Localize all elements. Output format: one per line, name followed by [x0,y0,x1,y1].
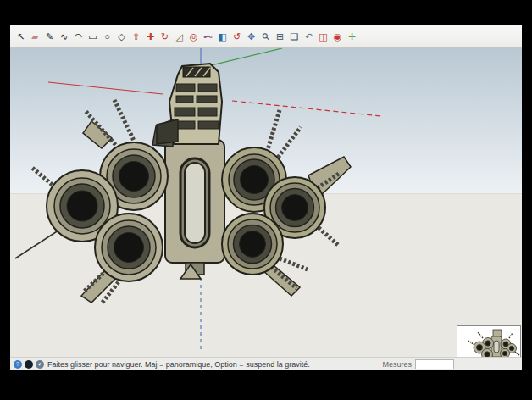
status-bar: ?◐ Faites glisser pour naviguer. Maj = p… [10,357,522,370]
measurements-label: Mesures [382,360,412,369]
model-tower [152,64,222,147]
scene-canvas[interactable] [10,48,522,357]
statusbar-icons: ?◐ [14,360,44,369]
app-window: ↖▰✎∿◠▭○◇⇧✚↻◿◎⊷◧↺✥⚲⊞❏↶◫◉✛ [10,25,522,370]
scale-tool-icon[interactable]: ◿ [173,30,186,43]
line-tool-icon[interactable]: ✎ [43,30,56,43]
axes-tool-icon[interactable]: ✛ [346,30,358,43]
toolbar: ↖▰✎∿◠▭○◇⇧✚↻◿◎⊷◧↺✥⚲⊞❏↶◫◉✛ [10,25,522,48]
measurements-input[interactable] [415,359,454,369]
zoom-tool-icon[interactable]: ⚲ [257,27,275,46]
axis-red-solid [48,82,163,94]
paint-bucket-icon[interactable]: ◧ [216,30,229,43]
credits-icon[interactable] [25,360,33,369]
engine-bottom-left [95,214,163,281]
status-hint-text: Faites glisser pour naviguer. Maj = pano… [47,360,310,369]
circle-tool-icon[interactable]: ○ [101,30,114,43]
previous-view-icon[interactable]: ↶ [302,30,315,43]
move-tool-icon[interactable]: ✚ [144,30,157,43]
engine-bottom-right [222,214,283,275]
axis-green-solid [204,48,282,67]
model-preview-thumbnail [457,325,521,357]
pan-tool-icon[interactable]: ✥ [245,30,258,43]
arc-tool-icon[interactable]: ◠ [72,30,85,43]
hull-capsule [180,158,209,247]
position-camera-icon[interactable]: ◉ [331,30,344,43]
zoom-extents-icon[interactable]: ❏ [288,30,301,43]
eraser-tool-icon[interactable]: ▰ [29,30,42,43]
section-plane-icon[interactable]: ◫ [317,30,330,43]
axis-red-dashed [232,101,381,116]
pushpull-tool-icon[interactable]: ⇧ [130,30,142,43]
rectangle-tool-icon[interactable]: ▭ [86,30,99,43]
polygon-tool-icon[interactable]: ◇ [115,30,128,43]
rotate-tool-icon[interactable]: ↻ [158,30,171,43]
screen: { "app": { "name": "SketchUp" }, "palett… [0,0,532,400]
tape-measure-icon[interactable]: ⊷ [202,30,214,43]
needle-antenna [15,227,64,258]
freehand-tool-icon[interactable]: ∿ [58,30,70,43]
viewport-3d[interactable] [10,48,522,357]
offset-tool-icon[interactable]: ◎ [187,30,200,43]
help-icon[interactable]: ? [14,360,22,369]
preview-mini-model [457,326,520,357]
select-tool-icon[interactable]: ↖ [14,30,27,43]
orbit-tool-icon[interactable]: ↺ [230,30,243,43]
spaceship-model[interactable] [15,64,351,303]
toolbar-icons: ↖▰✎∿◠▭○◇⇧✚↻◿◎⊷◧↺✥⚲⊞❏↶◫◉✛ [14,30,358,43]
zoom-window-icon[interactable]: ⊞ [274,30,286,43]
geolocation-icon[interactable]: ◐ [36,360,44,369]
